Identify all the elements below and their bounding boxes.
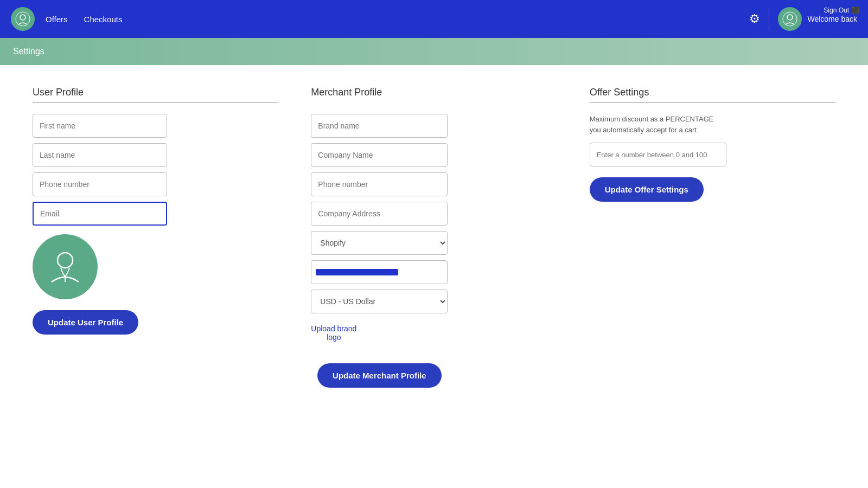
settings-label: Settings [13,47,44,56]
user-profile-section: User Profile Update User Profile [33,87,278,335]
company-address-input[interactable] [311,202,448,226]
offer-description: Maximum discount as a PERCENTAGE you aut… [590,114,725,135]
progress-bar-field [311,260,448,284]
signout-button[interactable]: Sign Out [824,7,849,14]
user-avatar-container [33,234,278,299]
svg-point-2 [783,12,797,26]
signout-icon: ⬛ [851,7,859,14]
upload-brand-logo-link[interactable]: Upload brandlogo [311,324,356,342]
merchant-profile-title: Merchant Profile [311,87,382,98]
svg-point-4 [58,253,73,268]
svg-point-0 [16,12,30,26]
brand-name-input[interactable] [311,114,448,138]
update-merchant-profile-button[interactable]: Update Merchant Profile [317,363,442,388]
main-content: User Profile Update User Profile Merchan… [0,65,868,488]
merchant-phone-input[interactable] [311,172,448,196]
settings-banner: Settings [0,38,868,65]
settings-icon[interactable]: ⚙ [749,12,760,26]
header-divider [769,8,769,30]
logo[interactable] [11,7,35,31]
progress-bar [316,269,398,275]
offer-settings-divider [590,102,835,103]
profile-avatar[interactable] [33,234,98,299]
merchant-update-wrapper: Update Merchant Profile [311,363,448,388]
header: Offers Checkouts ⚙ Welcome back Sign Out… [0,0,868,38]
offer-settings-title: Offer Settings [590,87,835,98]
merchant-profile-section: Merchant Profile Shopify WooCommerce Mag… [311,87,557,388]
user-profile-divider [33,102,278,103]
currency-select[interactable]: USD - US Dollar EUR - Euro GBP - British… [311,290,448,313]
nav-offers[interactable]: Offers [46,15,68,24]
signout-area: Sign Out ⬛ [824,7,859,14]
main-nav: Offers Checkouts [46,15,122,24]
first-name-input[interactable] [33,114,167,138]
email-input[interactable] [33,202,167,226]
update-offer-settings-button[interactable]: Update Offer Settings [590,177,704,202]
company-name-input[interactable] [311,143,448,167]
user-profile-title: User Profile [33,87,278,98]
platform-select[interactable]: Shopify WooCommerce Magento BigCommerce [311,231,448,255]
user-avatar[interactable] [778,7,802,31]
last-name-input[interactable] [33,143,167,167]
discount-percentage-input[interactable] [590,143,726,166]
offer-settings-section: Offer Settings Maximum discount as a PER… [590,87,835,202]
nav-checkouts[interactable]: Checkouts [84,15,123,24]
phone-number-input[interactable] [33,172,167,196]
welcome-text: Welcome back [807,15,857,23]
update-user-profile-button[interactable]: Update User Profile [33,310,138,335]
